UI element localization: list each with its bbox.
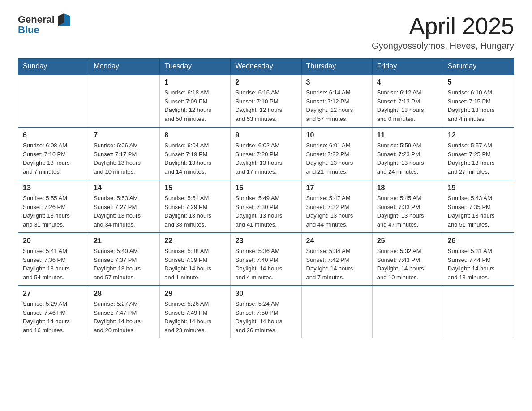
title-block: April 2025 Gyongyossolymos, Heves, Hunga… xyxy=(372,13,514,51)
logo-blue: Blue xyxy=(18,24,39,36)
day-number: 26 xyxy=(448,237,509,245)
calendar-cell: 8Sunrise: 6:04 AM Sunset: 7:19 PM Daylig… xyxy=(160,127,231,180)
weekday-header-tuesday: Tuesday xyxy=(160,59,231,75)
day-number: 23 xyxy=(235,237,296,245)
day-number: 12 xyxy=(448,131,509,139)
day-number: 4 xyxy=(377,78,438,86)
calendar-cell: 16Sunrise: 5:49 AM Sunset: 7:30 PM Dayli… xyxy=(231,180,301,233)
calendar-cell: 21Sunrise: 5:40 AM Sunset: 7:37 PM Dayli… xyxy=(89,233,160,286)
calendar-cell: 25Sunrise: 5:32 AM Sunset: 7:43 PM Dayli… xyxy=(372,233,443,286)
calendar-cell xyxy=(89,74,160,127)
calendar-cell: 12Sunrise: 5:57 AM Sunset: 7:25 PM Dayli… xyxy=(443,127,514,180)
day-number: 5 xyxy=(448,78,509,86)
calendar-cell: 19Sunrise: 5:43 AM Sunset: 7:35 PM Dayli… xyxy=(443,180,514,233)
week-row-5: 27Sunrise: 5:29 AM Sunset: 7:46 PM Dayli… xyxy=(18,286,514,338)
calendar-cell: 24Sunrise: 5:34 AM Sunset: 7:42 PM Dayli… xyxy=(301,233,372,286)
day-number: 15 xyxy=(164,184,226,192)
day-info: Sunrise: 5:40 AM Sunset: 7:37 PM Dayligh… xyxy=(94,247,155,282)
calendar-cell: 29Sunrise: 5:26 AM Sunset: 7:49 PM Dayli… xyxy=(160,286,231,338)
calendar-cell: 15Sunrise: 5:51 AM Sunset: 7:29 PM Dayli… xyxy=(160,180,231,233)
day-info: Sunrise: 5:26 AM Sunset: 7:49 PM Dayligh… xyxy=(164,300,226,334)
day-number: 25 xyxy=(377,237,438,245)
day-info: Sunrise: 6:12 AM Sunset: 7:13 PM Dayligh… xyxy=(377,88,438,123)
calendar-cell: 18Sunrise: 5:45 AM Sunset: 7:33 PM Dayli… xyxy=(372,180,443,233)
day-number: 19 xyxy=(448,184,509,192)
day-info: Sunrise: 5:59 AM Sunset: 7:23 PM Dayligh… xyxy=(377,141,438,176)
day-info: Sunrise: 6:10 AM Sunset: 7:15 PM Dayligh… xyxy=(448,88,509,123)
calendar-cell: 30Sunrise: 5:24 AM Sunset: 7:50 PM Dayli… xyxy=(231,286,301,338)
day-number: 13 xyxy=(23,184,84,192)
day-info: Sunrise: 5:24 AM Sunset: 7:50 PM Dayligh… xyxy=(235,300,296,334)
calendar-cell: 14Sunrise: 5:53 AM Sunset: 7:27 PM Dayli… xyxy=(89,180,160,233)
day-info: Sunrise: 5:51 AM Sunset: 7:29 PM Dayligh… xyxy=(164,194,226,229)
weekday-header-sunday: Sunday xyxy=(18,59,89,75)
day-info: Sunrise: 6:06 AM Sunset: 7:17 PM Dayligh… xyxy=(94,141,155,176)
week-row-1: 1Sunrise: 6:18 AM Sunset: 7:09 PM Daylig… xyxy=(18,74,514,127)
calendar-cell: 26Sunrise: 5:31 AM Sunset: 7:44 PM Dayli… xyxy=(443,233,514,286)
calendar-cell xyxy=(443,286,514,338)
calendar-cell: 4Sunrise: 6:12 AM Sunset: 7:13 PM Daylig… xyxy=(372,74,443,127)
logo-icon xyxy=(56,13,70,26)
day-info: Sunrise: 5:45 AM Sunset: 7:33 PM Dayligh… xyxy=(377,194,438,229)
calendar-cell: 6Sunrise: 6:08 AM Sunset: 7:16 PM Daylig… xyxy=(18,127,89,180)
day-number: 3 xyxy=(306,78,368,86)
calendar-cell: 22Sunrise: 5:38 AM Sunset: 7:39 PM Dayli… xyxy=(160,233,231,286)
day-number: 16 xyxy=(235,184,296,192)
calendar-title: April 2025 xyxy=(372,13,514,39)
calendar-cell: 2Sunrise: 6:16 AM Sunset: 7:10 PM Daylig… xyxy=(231,74,301,127)
day-info: Sunrise: 5:31 AM Sunset: 7:44 PM Dayligh… xyxy=(448,247,509,282)
calendar-cell: 20Sunrise: 5:41 AM Sunset: 7:36 PM Dayli… xyxy=(18,233,89,286)
day-info: Sunrise: 6:14 AM Sunset: 7:12 PM Dayligh… xyxy=(306,88,368,123)
day-info: Sunrise: 5:49 AM Sunset: 7:30 PM Dayligh… xyxy=(235,194,296,229)
week-row-3: 13Sunrise: 5:55 AM Sunset: 7:26 PM Dayli… xyxy=(18,180,514,233)
day-number: 30 xyxy=(235,290,296,298)
day-info: Sunrise: 5:57 AM Sunset: 7:25 PM Dayligh… xyxy=(448,141,509,176)
weekday-header-saturday: Saturday xyxy=(443,59,514,75)
day-info: Sunrise: 5:29 AM Sunset: 7:46 PM Dayligh… xyxy=(23,300,84,334)
day-info: Sunrise: 6:08 AM Sunset: 7:16 PM Dayligh… xyxy=(23,141,84,176)
calendar-cell: 10Sunrise: 6:01 AM Sunset: 7:22 PM Dayli… xyxy=(301,127,372,180)
day-number: 8 xyxy=(164,131,226,139)
day-number: 9 xyxy=(235,131,296,139)
calendar-subtitle: Gyongyossolymos, Heves, Hungary xyxy=(372,41,514,51)
day-info: Sunrise: 6:02 AM Sunset: 7:20 PM Dayligh… xyxy=(235,141,296,176)
day-number: 7 xyxy=(94,131,155,139)
calendar-cell: 7Sunrise: 6:06 AM Sunset: 7:17 PM Daylig… xyxy=(89,127,160,180)
calendar-cell xyxy=(18,74,89,127)
day-info: Sunrise: 5:47 AM Sunset: 7:32 PM Dayligh… xyxy=(306,194,368,229)
page-header: General Blue April 2025 Gyongyossolymos,… xyxy=(18,13,514,51)
day-info: Sunrise: 5:41 AM Sunset: 7:36 PM Dayligh… xyxy=(23,247,84,282)
calendar-cell: 23Sunrise: 5:36 AM Sunset: 7:40 PM Dayli… xyxy=(231,233,301,286)
week-row-4: 20Sunrise: 5:41 AM Sunset: 7:36 PM Dayli… xyxy=(18,233,514,286)
day-number: 22 xyxy=(164,237,226,245)
day-number: 1 xyxy=(164,78,226,86)
day-info: Sunrise: 5:53 AM Sunset: 7:27 PM Dayligh… xyxy=(94,194,155,229)
day-info: Sunrise: 5:27 AM Sunset: 7:47 PM Dayligh… xyxy=(94,300,155,334)
day-info: Sunrise: 5:32 AM Sunset: 7:43 PM Dayligh… xyxy=(377,247,438,282)
calendar-cell: 3Sunrise: 6:14 AM Sunset: 7:12 PM Daylig… xyxy=(301,74,372,127)
weekday-header-monday: Monday xyxy=(89,59,160,75)
day-info: Sunrise: 6:16 AM Sunset: 7:10 PM Dayligh… xyxy=(235,88,296,123)
calendar-cell: 13Sunrise: 5:55 AM Sunset: 7:26 PM Dayli… xyxy=(18,180,89,233)
calendar-cell: 17Sunrise: 5:47 AM Sunset: 7:32 PM Dayli… xyxy=(301,180,372,233)
weekday-header-row: SundayMondayTuesdayWednesdayThursdayFrid… xyxy=(18,59,514,75)
day-number: 2 xyxy=(235,78,296,86)
day-number: 18 xyxy=(377,184,438,192)
day-info: Sunrise: 6:01 AM Sunset: 7:22 PM Dayligh… xyxy=(306,141,368,176)
day-number: 10 xyxy=(306,131,368,139)
day-number: 17 xyxy=(306,184,368,192)
day-number: 21 xyxy=(94,237,155,245)
calendar-cell: 27Sunrise: 5:29 AM Sunset: 7:46 PM Dayli… xyxy=(18,286,89,338)
calendar-cell xyxy=(372,286,443,338)
day-info: Sunrise: 5:36 AM Sunset: 7:40 PM Dayligh… xyxy=(235,247,296,282)
day-info: Sunrise: 5:38 AM Sunset: 7:39 PM Dayligh… xyxy=(164,247,226,282)
calendar-cell: 9Sunrise: 6:02 AM Sunset: 7:20 PM Daylig… xyxy=(231,127,301,180)
calendar-cell: 11Sunrise: 5:59 AM Sunset: 7:23 PM Dayli… xyxy=(372,127,443,180)
day-info: Sunrise: 6:18 AM Sunset: 7:09 PM Dayligh… xyxy=(164,88,226,123)
day-info: Sunrise: 5:55 AM Sunset: 7:26 PM Dayligh… xyxy=(23,194,84,229)
day-number: 6 xyxy=(23,131,84,139)
day-info: Sunrise: 6:04 AM Sunset: 7:19 PM Dayligh… xyxy=(164,141,226,176)
calendar-cell: 1Sunrise: 6:18 AM Sunset: 7:09 PM Daylig… xyxy=(160,74,231,127)
week-row-2: 6Sunrise: 6:08 AM Sunset: 7:16 PM Daylig… xyxy=(18,127,514,180)
weekday-header-thursday: Thursday xyxy=(301,59,372,75)
